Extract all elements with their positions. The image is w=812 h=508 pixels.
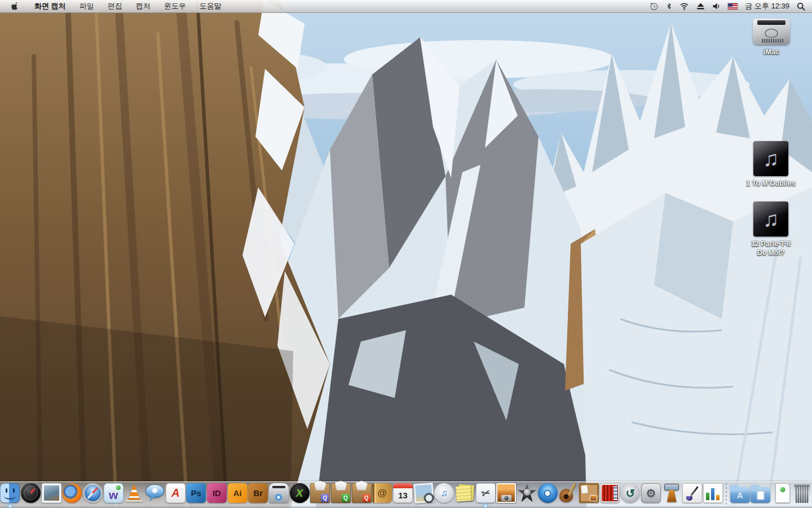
imovie-icon: [517, 483, 537, 503]
dock-item-time-machine[interactable]: ↺: [620, 480, 641, 508]
dock-item-folder-documents[interactable]: [751, 480, 771, 508]
input-source-us-flag-icon[interactable]: [728, 3, 738, 10]
menu-help[interactable]: 도움말: [193, 1, 228, 11]
dock-item-firefox[interactable]: [62, 480, 82, 508]
dock-item-mail[interactable]: [41, 480, 61, 508]
imac-drive-label: iMac: [740, 47, 802, 56]
grab-icon: ✂: [476, 483, 496, 503]
idvd-icon: [538, 483, 558, 503]
audio-file-1-label: 1 Tu M'Oublies: [731, 179, 810, 188]
dock-item-unarchiver-q-green[interactable]: Q: [331, 480, 351, 508]
dock-item-iweb[interactable]: [579, 480, 599, 508]
dock-item-indesign[interactable]: ID: [207, 480, 227, 508]
dock-item-stickies[interactable]: [455, 480, 475, 508]
vlc-icon: [124, 483, 144, 503]
dashboard-icon: [21, 483, 41, 503]
dock-item-grab[interactable]: ✂: [475, 480, 496, 508]
ical-icon: 13: [393, 483, 413, 503]
image-capture-icon: [496, 483, 516, 503]
preview-icon: [413, 483, 434, 503]
unarchiver-q-purple-icon: Q: [310, 483, 330, 503]
desktop-icon-imac-drive[interactable]: iMac: [740, 19, 802, 56]
ichat-icon: [145, 483, 165, 503]
mail-icon: [42, 483, 61, 503]
numbers-icon: [703, 483, 723, 503]
system-preferences-icon: ⚙: [641, 483, 661, 503]
iweb-icon: [579, 483, 599, 503]
dock-items: wAPsIDAiBrXQQQ@13♫✂↺⚙A: [0, 476, 812, 508]
wmv-player-icon: w: [104, 483, 123, 503]
running-indicator: [484, 505, 487, 507]
dock-item-bridge[interactable]: Br: [248, 480, 268, 508]
time-machine-menu-icon[interactable]: [650, 2, 659, 11]
dock-item-itunes[interactable]: ♫: [434, 480, 454, 508]
dock-item-garageband[interactable]: [558, 480, 579, 508]
dock-item-imovie[interactable]: [517, 480, 537, 508]
folder-applications-icon: A: [730, 487, 750, 503]
dock-item-address-book[interactable]: @: [372, 480, 392, 508]
hard-drive-icon: [753, 19, 790, 45]
volume-menu-icon[interactable]: [712, 2, 721, 10]
address-book-icon: @: [372, 483, 392, 503]
dock-item-vlc[interactable]: [124, 480, 144, 508]
dock-item-image-capture[interactable]: [496, 480, 517, 508]
spotlight-icon[interactable]: [797, 2, 805, 11]
xld-icon: X: [290, 483, 310, 503]
indesign-icon: ID: [207, 483, 227, 503]
running-indicator: [8, 505, 11, 507]
garageband-icon: [558, 483, 578, 503]
firefox-icon: [62, 483, 82, 503]
dock-item-idvd[interactable]: [537, 480, 558, 508]
desktop-wallpaper[interactable]: [0, 0, 812, 508]
illustrator-icon: Ai: [228, 483, 248, 503]
dock-item-numbers[interactable]: [703, 480, 723, 508]
dock-item-keynote[interactable]: [661, 480, 682, 508]
dock-item-ical[interactable]: 13: [393, 480, 413, 508]
menu-capture[interactable]: 캡처: [129, 1, 157, 11]
stickies-icon: [455, 483, 475, 503]
wifi-menu-icon[interactable]: [679, 2, 689, 10]
toast-icon: [269, 483, 289, 503]
dock-item-toast[interactable]: [269, 480, 289, 508]
menu-clock[interactable]: 금 오후 12:39: [745, 1, 789, 11]
acrobat-icon: A: [166, 483, 186, 503]
dock-item-safari[interactable]: [83, 480, 103, 508]
desktop-icon-audio-file-1[interactable]: ♫ 1 Tu M'Oublies: [731, 141, 810, 188]
dock-item-dashboard[interactable]: [21, 480, 41, 508]
dock-item-trash[interactable]: [792, 480, 812, 508]
dock-item-unarchiver-q-purple[interactable]: Q: [310, 480, 330, 508]
dock-item-photoshop[interactable]: Ps: [186, 480, 206, 508]
dock-item-system-preferences[interactable]: ⚙: [641, 480, 661, 508]
dock-item-finder[interactable]: [0, 480, 20, 508]
dock-item-acrobat[interactable]: A: [165, 480, 186, 508]
audio-file-2-label: 12 Parle-T-Il De Moi?: [731, 239, 810, 258]
dock-item-preview[interactable]: [413, 480, 434, 508]
dock-item-folder-applications[interactable]: A: [730, 480, 750, 508]
desktop-icon-audio-file-2[interactable]: ♫ 12 Parle-T-Il De Moi?: [731, 202, 810, 258]
menu-file[interactable]: 파일: [73, 1, 101, 11]
trash-icon: [792, 483, 812, 503]
eject-menu-icon[interactable]: [696, 2, 705, 10]
dock-item-illustrator[interactable]: Ai: [227, 480, 248, 508]
finder-icon: [0, 483, 20, 503]
dock-item-wmv-player[interactable]: w: [103, 480, 123, 508]
dock-item-unarchiver-q-red[interactable]: Q: [351, 480, 372, 508]
bluetooth-menu-icon[interactable]: [666, 2, 672, 11]
dock-item-photo-booth[interactable]: [599, 480, 620, 508]
bridge-icon: Br: [248, 483, 268, 503]
dock-item-document-file[interactable]: [771, 480, 792, 508]
menu-edit[interactable]: 편집: [101, 1, 129, 11]
time-machine-icon: ↺: [620, 483, 640, 503]
dock-item-pages[interactable]: [682, 480, 703, 508]
pages-icon: [682, 483, 702, 503]
audio-file-icon: ♫: [753, 141, 788, 176]
photo-booth-icon: [600, 483, 620, 503]
menu-window[interactable]: 윈도우: [157, 1, 193, 11]
itunes-icon: ♫: [434, 483, 454, 503]
apple-menu-icon[interactable]: [8, 2, 28, 11]
dock: wAPsIDAiBrXQQQ@13♫✂↺⚙A: [0, 476, 812, 508]
dock-item-xld[interactable]: X: [289, 480, 310, 508]
menu-app-name[interactable]: 화면 캡처: [28, 1, 73, 11]
menu-bar: 화면 캡처 파일 편집 캡처 윈도우 도움말: [0, 0, 812, 13]
dock-item-ichat[interactable]: [145, 480, 165, 508]
